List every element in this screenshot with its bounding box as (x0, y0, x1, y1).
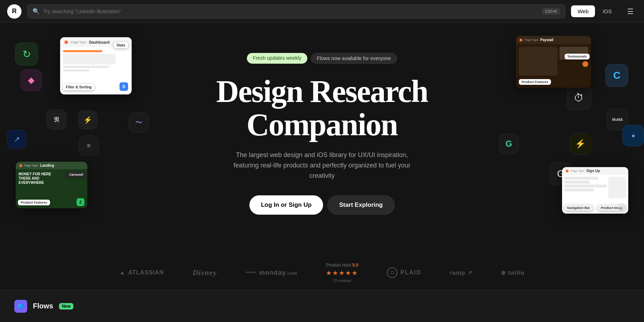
atlassian-icon: ▲ (119, 269, 126, 276)
search-bar[interactable]: 🔍 Try searching "Linkedin illustration" … (27, 4, 565, 19)
brand-atlassian: ▲ ATLASSIAN (119, 269, 164, 276)
brand-disney: Disney (192, 268, 217, 277)
brands-bar: ▲ ATLASSIAN Disney 〰〰 monday.com Product… (0, 255, 644, 290)
hero-subtitle: The largest web design and iOS library f… (229, 150, 415, 181)
hero-title: Design Research Companion (216, 75, 428, 141)
login-signup-button[interactable]: Log In or Sign Up (249, 195, 323, 215)
brand-twilio: ⊕ twilio (501, 269, 525, 276)
flows-label: Flows (33, 302, 53, 310)
ph-score: 5.0 (352, 263, 358, 268)
navbar: R 🔍 Try searching "Linkedin illustration… (0, 0, 644, 23)
brand-ramp: ramp ↗ (450, 269, 472, 276)
ph-reviews: 29 reviews (333, 278, 352, 283)
atlassian-label: ATLASSIAN (128, 269, 164, 276)
keyboard-shortcut: Ctrl+K (542, 8, 560, 15)
hero-buttons: Log In or Sign Up Start Exploring (249, 195, 395, 215)
hero-title-line2: Companion (247, 107, 397, 142)
logo-button[interactable]: R (7, 4, 21, 19)
flows-icon: 🔷 (14, 300, 27, 313)
menu-button[interactable]: ☰ (624, 5, 637, 18)
tab-ios[interactable]: iOS (596, 5, 618, 17)
flows-new-badge: New (59, 303, 74, 309)
flows-bar: 🔷 Flows New (0, 290, 644, 322)
search-icon: 🔍 (33, 8, 40, 15)
brand-monday: 〰〰 monday.com (245, 269, 297, 277)
badge-row: Fresh updates weekly Flows now available… (247, 53, 397, 64)
badge-fresh-updates: Fresh updates weekly (247, 53, 307, 64)
brand-product-hunt: Product Hunt 5.0 ★★★★★ 29 reviews (326, 263, 358, 283)
search-placeholder: Try searching "Linkedin illustration" (43, 9, 121, 14)
badge-flows: Flows now available for everyone (311, 53, 397, 64)
tab-web[interactable]: Web (571, 5, 595, 17)
ph-stars: ★★★★★ (326, 269, 358, 277)
logo-text: R (12, 8, 17, 15)
hero-section: Fresh updates weekly Flows now available… (0, 23, 644, 245)
nav-tabs: Web iOS (571, 5, 618, 17)
brand-plaid: ⬡ PLAID (387, 267, 421, 278)
hero-title-line1: Design Research (216, 74, 428, 109)
start-exploring-button[interactable]: Start Exploring (327, 195, 395, 215)
